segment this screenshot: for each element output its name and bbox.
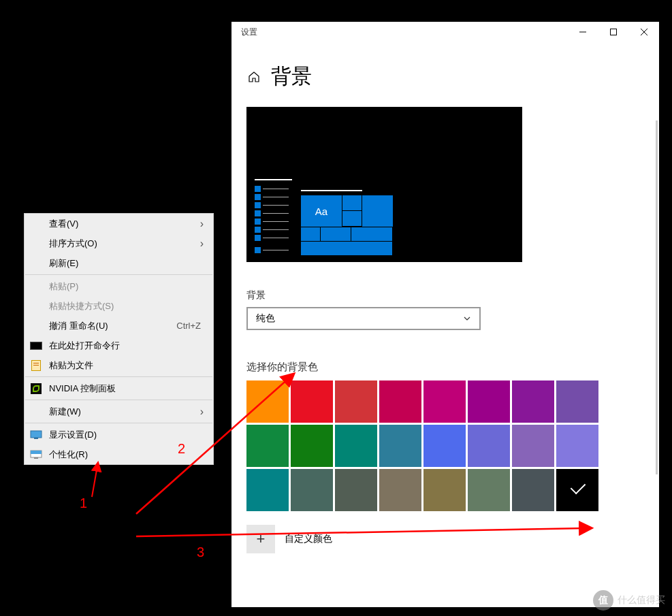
color-swatch-5[interactable] [468,380,510,423]
settings-window: 设置 背景 [231,22,659,607]
color-swatch-4[interactable] [423,380,466,423]
menu-separator [25,376,212,377]
menu-item-15[interactable]: 个性化(R) [25,444,213,464]
color-swatch-16[interactable] [246,469,289,511]
menu-item-0[interactable]: 查看(V)› [25,214,213,233]
custom-color-button[interactable]: + [246,525,275,553]
menu-item-14[interactable]: 显示设置(D) [25,425,213,444]
menu-item-1[interactable]: 排序方式(O)› [25,233,213,253]
chevron-right-icon: › [200,238,204,250]
dropdown-value: 纯色 [256,312,275,325]
personalize-icon [30,449,42,461]
desktop-preview: Aa [246,107,522,262]
titlebar: 设置 [231,22,659,42]
color-swatch-19[interactable] [379,469,421,511]
display-icon [30,429,42,441]
menu-item-label: 撤消 重命名(U) [49,320,108,332]
menu-item-label: 粘贴为文件 [49,359,93,372]
color-swatch-0[interactable] [246,380,289,423]
home-button[interactable] [246,69,261,84]
menu-item-6[interactable]: 撤消 重命名(U)Ctrl+Z [25,316,213,336]
menu-item-4: 粘贴(P) [25,276,213,296]
menu-separator [25,400,212,400]
color-swatch-22[interactable] [512,469,554,511]
menu-item-2[interactable]: 刷新(E) [25,253,213,273]
menu-item-label: 排序方式(O) [49,238,97,250]
custom-color-row: + 自定义颜色 [246,525,644,553]
watermark: 值 什么值得买 [593,590,665,611]
color-swatch-18[interactable] [335,469,377,511]
color-swatch-12[interactable] [423,425,466,467]
color-swatch-20[interactable] [423,469,466,511]
color-swatch-1[interactable] [291,380,333,423]
color-swatch-17[interactable] [291,469,333,511]
home-icon [247,70,261,84]
scrollbar[interactable] [656,120,658,474]
color-swatch-8[interactable] [246,425,289,467]
color-swatch-7[interactable] [556,380,598,423]
annotation-arrow-1 [89,463,102,500]
nvidia-icon [30,383,42,395]
watermark-text: 什么值得买 [618,594,665,606]
menu-item-label: 个性化(R) [49,449,88,461]
plus-icon: + [257,530,266,548]
color-swatch-14[interactable] [512,425,554,467]
preview-tiles: Aa [301,190,396,255]
cmd-icon [30,340,42,352]
svg-rect-4 [31,431,42,438]
color-swatch-13[interactable] [468,425,510,467]
menu-item-label: 粘贴快捷方式(S) [49,300,114,312]
color-grid [246,380,628,511]
chevron-right-icon: › [200,218,204,230]
color-swatch-2[interactable] [335,380,377,423]
menu-shortcut: Ctrl+Z [176,321,201,331]
color-swatch-6[interactable] [512,380,554,423]
color-swatch-10[interactable] [335,425,377,467]
color-swatch-21[interactable] [468,469,510,511]
menu-separator [25,274,212,275]
annotation-3: 3 [197,545,204,560]
menu-item-label: NVIDIA 控制面板 [49,383,116,395]
color-swatch-3[interactable] [379,380,421,423]
svg-rect-1 [610,29,616,35]
svg-rect-7 [31,451,42,454]
svg-line-10 [92,466,97,497]
maximize-button[interactable] [598,22,628,42]
menu-item-12[interactable]: 新建(W)› [25,402,213,421]
menu-item-label: 在此处打开命令行 [49,340,120,352]
menu-item-label: 查看(V) [49,218,78,230]
background-label: 背景 [246,289,644,302]
content-area: 背景 Aa [231,42,659,607]
titlebar-buttons [567,22,659,42]
menu-item-label: 显示设置(D) [49,429,97,441]
menu-item-8[interactable]: 粘贴为文件 [25,355,213,375]
svg-rect-5 [34,438,38,439]
window-title: 设置 [241,27,257,38]
paste-icon [30,359,42,372]
color-swatch-11[interactable] [379,425,421,467]
watermark-icon: 值 [593,590,613,611]
close-button[interactable] [628,22,659,42]
menu-item-10[interactable]: NVIDIA 控制面板 [25,378,213,398]
choose-color-label: 选择你的背景色 [246,361,644,374]
minimize-button[interactable] [567,22,598,42]
menu-item-7[interactable]: 在此处打开命令行 [25,336,213,355]
custom-color-label: 自定义颜色 [285,533,332,545]
desktop-context-menu: 查看(V)›排序方式(O)›刷新(E)粘贴(P)粘贴快捷方式(S)撤消 重命名(… [24,213,214,465]
color-swatch-15[interactable] [556,425,598,467]
window-body: 背景 Aa [231,42,659,607]
annotation-1: 1 [80,496,87,511]
svg-rect-8 [34,457,38,459]
page-title: 背景 [271,63,312,91]
chevron-down-icon [463,314,471,323]
page-header: 背景 [246,63,644,91]
color-swatch-23[interactable] [556,469,598,511]
menu-item-5: 粘贴快捷方式(S) [25,296,213,316]
chevron-right-icon: › [200,406,204,418]
color-swatch-9[interactable] [291,425,333,467]
preview-start-menu [255,179,292,255]
background-dropdown[interactable]: 纯色 [246,307,481,330]
menu-item-label: 新建(W) [49,406,81,418]
menu-item-label: 粘贴(P) [49,280,78,293]
menu-item-label: 刷新(E) [49,257,78,270]
